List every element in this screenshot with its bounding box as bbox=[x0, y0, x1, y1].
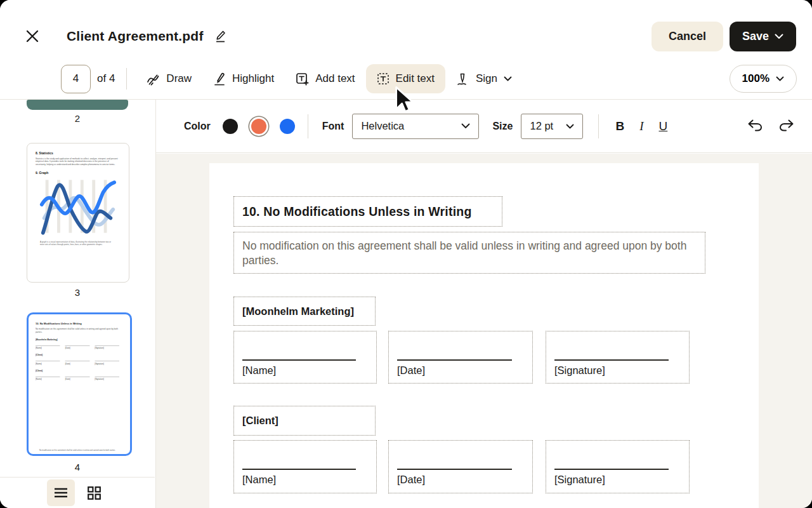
editable-heading-box[interactable]: 10. No Modifications Unless in Writing bbox=[233, 196, 502, 227]
title-row: Client Agreement.pdf Cancel Save bbox=[24, 21, 796, 51]
mini-body-statistics: Statistics is the study and application … bbox=[36, 157, 119, 166]
mini-field-label: [Date] bbox=[65, 378, 90, 380]
header: Client Agreement.pdf Cancel Save of 4 bbox=[0, 0, 812, 100]
page-3-thumbnail[interactable]: 8. Statistics Statistics is the study an… bbox=[27, 143, 129, 283]
page-4-preview: 10. No Modifications Unless in Writing N… bbox=[29, 314, 126, 454]
mini-caption-graph: A graph is a visual representation of da… bbox=[36, 241, 119, 246]
mini-field-label: [Signature] bbox=[95, 363, 119, 364]
mini-field-row: [Name] [Date] [Signature] bbox=[36, 361, 119, 364]
underline-button[interactable]: U bbox=[655, 118, 672, 135]
highlight-tool-button[interactable]: Highlight bbox=[202, 64, 285, 93]
close-icon bbox=[24, 28, 41, 44]
rename-button[interactable] bbox=[214, 29, 226, 43]
editable-party-box[interactable]: [Moonhelm Marketing] bbox=[233, 297, 376, 326]
mini-field-label: [Name] bbox=[36, 347, 60, 349]
draw-pen-icon bbox=[147, 72, 160, 86]
page-4-number: 4 bbox=[27, 462, 128, 472]
editable-paragraph-box[interactable]: No modification on this agreement shall … bbox=[233, 232, 705, 274]
editable-field-box-date[interactable]: [Date] bbox=[388, 440, 533, 493]
page-number-input[interactable] bbox=[61, 65, 91, 93]
font-select-value: Helvetica bbox=[361, 120, 404, 132]
page-2-thumbnail-partial[interactable] bbox=[27, 100, 128, 110]
italic-button[interactable]: I bbox=[636, 118, 647, 135]
color-swatch-blue[interactable] bbox=[280, 119, 295, 134]
mini-footer-text: No modification on this agreement shall … bbox=[29, 449, 126, 451]
font-label: Font bbox=[322, 121, 344, 132]
page-3-preview: 8. Statistics Statistics is the study an… bbox=[27, 144, 128, 282]
zoom-level-button[interactable]: 100% bbox=[730, 65, 797, 93]
undo-redo-group bbox=[746, 118, 796, 135]
pencil-icon bbox=[214, 29, 226, 43]
color-swatch-black[interactable] bbox=[223, 119, 238, 134]
thumbnail-scroll-area[interactable]: 2 8. Statistics Statistics is the study … bbox=[0, 100, 155, 477]
chevron-down-icon bbox=[775, 34, 783, 39]
color-swatch-orange-selected[interactable] bbox=[251, 119, 266, 134]
editable-party-box[interactable]: [Client] bbox=[233, 406, 376, 436]
edit-text-icon bbox=[377, 72, 390, 85]
chevron-down-icon bbox=[776, 76, 784, 81]
add-text-icon bbox=[296, 72, 309, 86]
edit-text-tool-button[interactable]: Edit text bbox=[366, 64, 445, 93]
add-text-tool-label: Add text bbox=[315, 72, 355, 85]
editable-field-box-date[interactable]: [Date] bbox=[388, 331, 533, 384]
zoom-level-value: 100% bbox=[742, 72, 769, 85]
list-view-button[interactable] bbox=[47, 479, 75, 506]
field-label: [Signature] bbox=[554, 474, 605, 486]
mini-party: [Client] bbox=[36, 369, 119, 371]
mini-heading-graph: 9. Graph bbox=[36, 171, 119, 175]
size-select[interactable]: 12 pt bbox=[521, 114, 583, 139]
signature-line bbox=[554, 359, 669, 361]
undo-button[interactable] bbox=[746, 118, 764, 135]
editable-field-box-name[interactable]: [Name] bbox=[233, 440, 377, 493]
close-button[interactable] bbox=[24, 28, 41, 44]
page-4-thumbnail-selected[interactable]: 10. No Modifications Unless in Writing N… bbox=[27, 312, 132, 456]
mini-heading-statistics: 8. Statistics bbox=[36, 151, 119, 155]
cancel-button[interactable]: Cancel bbox=[652, 22, 723, 51]
signature-line bbox=[242, 469, 356, 470]
grid-view-button[interactable] bbox=[80, 479, 108, 506]
field-label: [Name] bbox=[242, 474, 276, 486]
list-view-icon bbox=[54, 488, 68, 498]
sign-tool-button[interactable]: Sign bbox=[445, 64, 523, 93]
save-button[interactable]: Save bbox=[730, 22, 796, 51]
save-button-label: Save bbox=[742, 30, 769, 43]
mini-field-label: [Signature] bbox=[95, 378, 119, 380]
section-heading: 10. No Modifications Unless in Writing bbox=[242, 204, 472, 219]
document-canvas[interactable]: 10. No Modifications Unless in Writing N… bbox=[156, 154, 812, 508]
text-format-bar: Color Font Helvetica Size 12 pt B bbox=[156, 100, 812, 153]
color-label: Color bbox=[184, 121, 211, 132]
toolbar-divider bbox=[126, 68, 127, 90]
main-area: Color Font Helvetica Size 12 pt B bbox=[156, 100, 812, 508]
mini-field-label: [Signature] bbox=[95, 347, 119, 349]
mini-line-chart bbox=[37, 178, 119, 236]
party-name: [Client] bbox=[242, 415, 278, 427]
chevron-down-icon bbox=[504, 76, 512, 81]
document-title: Client Agreement.pdf bbox=[67, 29, 204, 44]
editable-field-box-signature[interactable]: [Signature] bbox=[546, 440, 690, 493]
editable-field-box-name[interactable]: [Name] bbox=[233, 331, 377, 384]
undo-icon bbox=[747, 119, 763, 131]
format-divider bbox=[598, 114, 599, 138]
bold-button[interactable]: B bbox=[612, 118, 628, 135]
page-total-label: of 4 bbox=[97, 72, 115, 85]
redo-button[interactable] bbox=[777, 118, 796, 135]
field-label: [Date] bbox=[397, 474, 425, 486]
draw-tool-button[interactable]: Draw bbox=[136, 64, 202, 93]
field-label: [Signature] bbox=[554, 364, 605, 377]
pdf-page: 10. No Modifications Unless in Writing N… bbox=[209, 163, 759, 508]
mini-field-row: [Name] [Date] [Signature] bbox=[36, 377, 119, 380]
size-label: Size bbox=[492, 121, 513, 132]
page-2-number: 2 bbox=[27, 113, 128, 124]
mini-field-row: [Name] [Date] [Signature] bbox=[36, 345, 119, 349]
page-3-number: 3 bbox=[27, 287, 128, 298]
signature-line bbox=[242, 359, 356, 361]
signature-line bbox=[554, 469, 669, 470]
field-label: [Name] bbox=[242, 364, 276, 377]
sign-tool-label: Sign bbox=[476, 72, 497, 85]
font-select[interactable]: Helvetica bbox=[352, 114, 479, 139]
editable-field-box-signature[interactable]: [Signature] bbox=[546, 331, 690, 384]
add-text-tool-button[interactable]: Add text bbox=[285, 64, 365, 93]
mini-field-label: [Date] bbox=[65, 347, 90, 349]
mini-party: [Client] bbox=[36, 354, 119, 356]
chevron-down-icon bbox=[461, 123, 470, 129]
